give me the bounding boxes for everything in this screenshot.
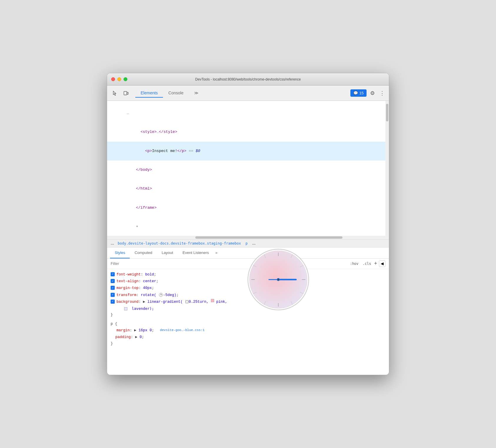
minimize-button[interactable]	[117, 77, 121, 81]
toolbar: Elements Console ≫ 💬 15 ⚙ ⋮	[107, 86, 389, 101]
devtools-window: DevTools - localhost:8080/web/tools/chro…	[107, 73, 389, 375]
dom-line-p-selected[interactable]: <p>Inspect me!</p> == $0	[107, 142, 389, 161]
svg-rect-1	[127, 92, 128, 94]
svg-rect-0	[124, 91, 127, 95]
prop-checkbox-margin-top[interactable]	[111, 286, 115, 290]
filter-actions: :hov .cls + ◀	[349, 260, 385, 267]
breadcrumb-more-right[interactable]: …	[252, 241, 256, 245]
rule-2-closing-brace: }	[111, 341, 385, 347]
padding-expand-arrow[interactable]: ▶	[135, 334, 138, 340]
clock-face	[246, 247, 311, 312]
maximize-button[interactable]	[124, 77, 127, 81]
badge-count: 15	[359, 91, 364, 95]
dom-tree-panel: … <style>…</style> <p>Inspect me!</p> ==…	[107, 101, 389, 240]
tab-more-styles[interactable]: »	[214, 248, 219, 258]
css-rule-block-2: p { margin: ▶ 16px 0; devsite-goo…-blue.…	[111, 321, 385, 347]
title-bar: DevTools - localhost:8080/web/tools/chro…	[107, 73, 389, 86]
toolbar-right: 💬 15 ⚙ ⋮	[350, 89, 386, 98]
tab-more[interactable]: ≫	[189, 89, 204, 98]
tab-layout[interactable]: Layout	[157, 248, 178, 258]
background-expand-arrow[interactable]: ▶	[143, 299, 145, 305]
style-tag-open: <style>	[141, 130, 157, 134]
svg-point-5	[161, 295, 161, 295]
back-icon: ◀	[381, 261, 384, 266]
css-rules-container: font-weight: bold; text-align: center; m…	[107, 269, 389, 375]
cursor-icon	[112, 90, 118, 96]
horizontal-scrollbar[interactable]	[107, 236, 385, 239]
scroll-thumb[interactable]	[386, 104, 388, 121]
dom-line-body-close: </body>	[107, 161, 389, 179]
tab-console[interactable]: Console	[163, 89, 189, 98]
new-rule-button[interactable]: ◀	[379, 260, 385, 267]
clock-widget[interactable]	[246, 247, 311, 312]
rotate-clock-icon[interactable]	[159, 293, 163, 297]
p-selector: p {	[111, 321, 385, 327]
margin-expand-arrow[interactable]: ▶	[134, 327, 137, 334]
color-swatch-pink[interactable]	[211, 299, 214, 302]
breadcrumb: … body.devsite-layout-docs.devsite-frame…	[107, 240, 389, 248]
close-button[interactable]	[111, 77, 115, 81]
device-icon	[123, 90, 129, 96]
traffic-lights	[111, 77, 127, 81]
device-toggle-button[interactable]	[121, 89, 131, 97]
more-options-button[interactable]: ⋮	[378, 89, 386, 98]
style-tag-close: </style>	[159, 130, 177, 134]
color-swatch-lavender[interactable]	[124, 307, 127, 310]
svg-point-26	[277, 279, 279, 280]
chat-icon: 💬	[353, 91, 358, 95]
tab-event-listeners[interactable]: Event Listeners	[178, 248, 214, 258]
dom-line-style: <style>…</style>	[107, 123, 389, 142]
breadcrumb-path[interactable]: body.devsite-layout-docs.devsite-framebo…	[118, 241, 241, 245]
source-link[interactable]: devsite-goo…-blue.css:1	[160, 327, 205, 333]
cls-filter-button[interactable]: .cls	[362, 261, 372, 266]
add-style-rule-button[interactable]: +	[374, 260, 377, 267]
inspect-element-button[interactable]	[110, 89, 119, 97]
tab-styles[interactable]: Styles	[110, 248, 130, 258]
rule-1-closing-brace: }	[111, 312, 385, 318]
styles-panel: Styles Computed Layout Event Listeners »…	[107, 248, 389, 375]
dom-line-iframe-close: </iframe>	[107, 198, 389, 217]
gradient-circle-icon[interactable]	[185, 300, 189, 303]
style-ellipsis: …	[157, 130, 159, 134]
breadcrumb-more-left[interactable]: …	[111, 241, 114, 245]
dom-line-dots: …	[107, 104, 389, 123]
dom-line-html-close: </html>	[107, 180, 389, 198]
prop-checkbox-background[interactable]	[111, 300, 115, 304]
messages-badge-button[interactable]: 💬 15	[350, 89, 367, 97]
vertical-scrollbar[interactable]	[385, 101, 389, 239]
settings-button[interactable]: ⚙	[369, 89, 376, 98]
window-title: DevTools - localhost:8080/web/tools/chro…	[195, 77, 301, 81]
prop-checkbox-font-weight[interactable]	[111, 272, 115, 276]
prop-margin: margin: ▶ 16px 0; devsite-goo…-blue.css:…	[115, 327, 385, 334]
tab-computed[interactable]: Computed	[130, 248, 157, 258]
bc-sep-1	[243, 241, 244, 245]
prop-padding: padding: ▶ 0;	[115, 334, 385, 341]
expand-dots[interactable]: …	[127, 111, 129, 115]
p-rule-properties: margin: ▶ 16px 0; devsite-goo…-blue.css:…	[111, 327, 385, 341]
prop-checkbox-text-align[interactable]	[111, 279, 115, 283]
prop-checkbox-transform[interactable]	[111, 293, 115, 297]
h-scroll-thumb[interactable]	[195, 236, 342, 239]
filter-input[interactable]	[111, 261, 347, 266]
main-tabs: Elements Console ≫	[135, 89, 204, 98]
hov-filter-button[interactable]: :hov	[349, 261, 360, 266]
dom-line-caret: ▾	[107, 217, 389, 236]
breadcrumb-current-node[interactable]: p	[245, 241, 247, 245]
tab-elements[interactable]: Elements	[135, 89, 163, 98]
